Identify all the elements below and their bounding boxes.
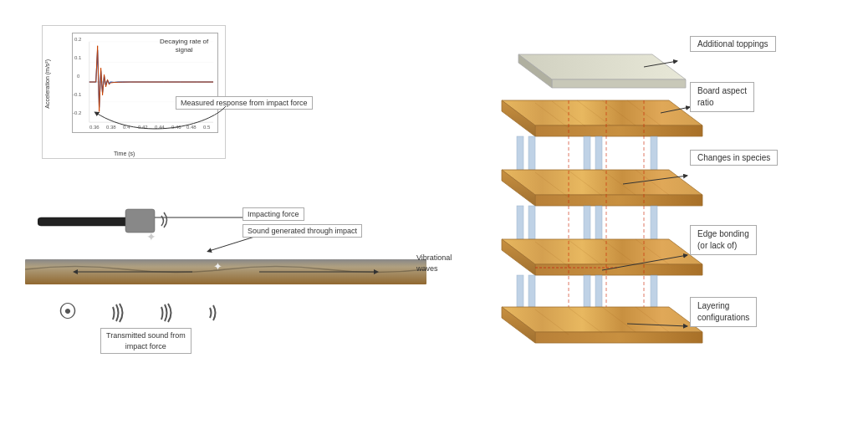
svg-marker-30: [502, 170, 702, 195]
hammer-icon: ✦: [38, 199, 171, 245]
chart-box: Acceleration (m/s²) 0.2 0.1 0 -0.1 -0.2 …: [42, 25, 226, 159]
svg-rect-55: [584, 275, 590, 307]
svg-text:✦: ✦: [213, 260, 222, 273]
left-panel: Acceleration (m/s²) 0.2 0.1 0 -0.1 -0.2 …: [17, 17, 460, 427]
svg-rect-26: [528, 136, 535, 170]
surface-wave-svg: ✦: [25, 259, 426, 284]
decaying-rate-label: Decaying rate ofsignal: [160, 38, 208, 55]
additional-toppings-label: Additional toppings: [690, 36, 776, 52]
svg-marker-17: [502, 100, 702, 125]
svg-rect-54: [528, 275, 535, 307]
svg-rect-25: [517, 136, 523, 170]
board-aspect-ratio-label: Board aspectratio: [690, 82, 754, 112]
transmitted-sound-label: Transmitted sound fromimpact force: [100, 328, 191, 354]
transmitted-sound-waves: ⦿: [59, 301, 231, 324]
x-axis-label: Time (s): [114, 151, 135, 156]
svg-marker-43: [535, 264, 702, 275]
svg-rect-37: [517, 206, 523, 239]
svg-rect-56: [595, 275, 602, 307]
edge-bonding-label: Edge bonding(or lack of): [690, 225, 757, 255]
svg-rect-28: [595, 136, 602, 170]
main-container: Acceleration (m/s²) 0.2 0.1 0 -0.1 -0.2 …: [0, 0, 868, 445]
svg-rect-9: [125, 209, 155, 233]
changes-species-label: Changes in species: [690, 150, 778, 166]
svg-marker-59: [535, 332, 702, 343]
svg-marker-18: [535, 125, 702, 136]
svg-rect-27: [584, 136, 590, 170]
svg-rect-53: [517, 275, 523, 307]
svg-rect-57: [651, 275, 657, 307]
svg-marker-42: [502, 239, 702, 264]
right-panel: Additional toppings Board aspectratio Ch…: [452, 13, 861, 431]
svg-rect-40: [595, 206, 602, 239]
svg-rect-8: [38, 217, 130, 226]
svg-rect-39: [584, 206, 590, 239]
svg-marker-58: [502, 307, 702, 332]
layering-config-label: Layeringconfigurations: [690, 297, 757, 327]
vibrational-waves-label: Vibrationalwaves: [416, 253, 452, 274]
svg-marker-31: [535, 195, 702, 206]
svg-rect-41: [651, 206, 657, 239]
sound-generated-label: Sound generated through impact: [243, 224, 362, 238]
svg-rect-29: [651, 136, 657, 170]
impacting-force-label: Impacting force: [243, 207, 304, 221]
measured-response-label: Measured response from impact force: [176, 96, 313, 110]
svg-marker-15: [552, 79, 686, 88]
surface: ✦: [25, 259, 426, 284]
chart-y-label: Acceleration (m/s²): [44, 59, 51, 109]
svg-text:✦: ✦: [146, 230, 156, 243]
svg-rect-38: [528, 206, 535, 239]
